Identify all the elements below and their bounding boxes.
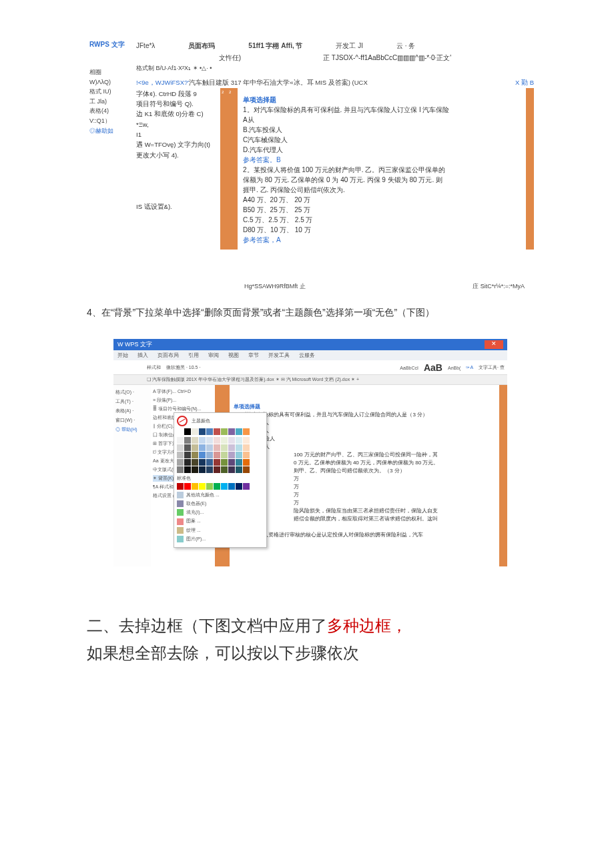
tab-cloud[interactable]: 云 · 务	[396, 41, 415, 51]
color-swatch[interactable]	[228, 466, 235, 473]
window-close-icon[interactable]: ✕	[485, 340, 503, 349]
color-swatch[interactable]	[184, 483, 191, 490]
color-swatch[interactable]	[221, 466, 228, 473]
color-swatch[interactable]	[192, 466, 198, 473]
color-swatch[interactable]	[221, 483, 228, 490]
style-h1[interactable]: AaB	[424, 362, 442, 373]
opt-texture[interactable]: 纹理 ...	[177, 527, 264, 534]
color-swatch[interactable]	[221, 452, 228, 458]
tab-insert[interactable]: JFte*λ	[136, 41, 155, 51]
color-swatch[interactable]	[184, 452, 191, 458]
color-swatch[interactable]	[206, 483, 213, 490]
color-swatch[interactable]	[206, 452, 213, 458]
color-swatch[interactable]	[192, 459, 198, 466]
file-tab-bar[interactable]: ❏ 汽车保险触摸版 201X 年中华石油大学课程习题及答案).dox ✶ ✉ 汽…	[113, 375, 507, 385]
side-item[interactable]: 格式 IU)	[89, 87, 123, 96]
dd-item[interactable]: 更改大小写 4).	[136, 151, 220, 159]
color-swatch[interactable]	[184, 428, 191, 435]
font-combo[interactable]: 微软雅黑 · 10.5 ·	[166, 364, 200, 371]
tab-sect[interactable]: 章节	[248, 352, 259, 359]
color-swatch[interactable]	[228, 444, 235, 451]
color-swatch[interactable]	[243, 466, 250, 473]
tab-insert[interactable]: 插入	[137, 352, 148, 359]
color-swatch[interactable]	[236, 459, 242, 466]
menu-window[interactable]: 窗口(W) ·	[115, 417, 149, 424]
color-swatch[interactable]	[199, 444, 206, 451]
color-swatch[interactable]	[228, 459, 235, 466]
opt-picture[interactable]: 图片(P)...	[177, 536, 264, 542]
color-swatch[interactable]	[236, 452, 242, 458]
menu-format[interactable]: 格式(O) ·	[115, 389, 149, 396]
color-swatch[interactable]	[214, 452, 220, 458]
ribbon-right[interactable]: 文字工具· 查	[479, 364, 505, 371]
dd-item[interactable]: 边 K1 和底侬 0)分卷 C)	[136, 109, 220, 118]
menu-tools[interactable]: 工具(T) ·	[115, 398, 149, 405]
dd-font[interactable]: A 字体(F)... Ctrl+D	[153, 388, 213, 395]
color-swatch[interactable]	[199, 459, 206, 466]
color-swatch[interactable]	[236, 483, 242, 490]
color-swatch[interactable]	[192, 452, 198, 458]
side-item-help[interactable]: ◎赫助如	[89, 127, 123, 135]
color-swatch[interactable]	[243, 452, 250, 458]
color-swatch[interactable]	[177, 452, 184, 458]
color-swatch[interactable]	[228, 428, 235, 435]
color-swatch[interactable]	[177, 437, 184, 444]
dd-item[interactable]: 遇 W=TFOvę) 文字力向(t)	[136, 140, 220, 149]
tab-dev[interactable]: 开发工 JI	[336, 41, 363, 51]
color-swatch[interactable]	[228, 452, 235, 458]
color-swatch[interactable]	[214, 444, 220, 451]
color-swatch[interactable]	[214, 459, 220, 466]
format-bar[interactable]: 格式制 B/U·Af1·X²X₁ ✶ •△· •	[136, 64, 534, 73]
color-swatch[interactable]	[221, 437, 228, 444]
color-swatch[interactable]	[177, 428, 184, 435]
color-swatch[interactable]	[214, 437, 220, 444]
color-swatch[interactable]	[206, 437, 213, 444]
tab-pagelayout[interactable]: 员面布玛	[188, 41, 215, 51]
color-swatch[interactable]	[243, 483, 250, 490]
color-swatch[interactable]	[206, 459, 213, 466]
color-swatch[interactable]	[184, 466, 191, 473]
color-swatch[interactable]	[228, 437, 235, 444]
style-h2[interactable]: AnBb(	[448, 366, 460, 370]
color-swatch[interactable]	[192, 444, 198, 451]
color-swatch[interactable]	[228, 483, 235, 490]
menu-help[interactable]: ◎ 帮助(H)	[115, 426, 149, 433]
color-swatch[interactable]	[192, 483, 198, 490]
color-swatch[interactable]	[184, 437, 191, 444]
dd-item[interactable]: 项目符号和编号 Q).	[136, 99, 220, 108]
color-swatch[interactable]	[184, 459, 191, 466]
style-normal[interactable]: AaBbCcI	[400, 366, 418, 370]
dd-bullet[interactable]: ≣ 项目符号和编号(N)...	[153, 406, 213, 412]
color-swatch[interactable]	[243, 444, 250, 451]
tab-cloud[interactable]: 云服务	[299, 352, 315, 359]
side-item[interactable]: V::Q1）	[89, 117, 123, 125]
tab-ref[interactable]: 引用	[188, 352, 199, 359]
tab-view[interactable]: 视图	[228, 352, 239, 359]
color-swatch[interactable]	[184, 444, 191, 451]
color-swatch[interactable]	[236, 466, 242, 473]
opt-pattern[interactable]: 图案 ...	[177, 518, 264, 524]
dd-item[interactable]: I1	[136, 130, 220, 139]
color-swatch[interactable]	[236, 437, 242, 444]
color-swatch[interactable]	[199, 437, 206, 444]
tab-close[interactable]: X 勤 B	[515, 78, 534, 87]
opt-morecolor[interactable]: 其他填充颜色 ...	[177, 492, 264, 498]
menu-table[interactable]: 表格(A) ·	[115, 408, 149, 414]
color-swatch[interactable]	[243, 437, 250, 444]
dd-para[interactable]: ≡ 段落(P)...	[153, 397, 213, 404]
palette-row-nocolor[interactable]: 主题颜色	[177, 416, 264, 426]
color-swatch[interactable]	[214, 428, 220, 435]
color-swatch[interactable]	[206, 444, 213, 451]
tab-review[interactable]: 审阅	[208, 352, 219, 359]
color-swatch[interactable]	[199, 466, 206, 473]
color-swatch[interactable]	[199, 483, 206, 490]
color-swatch[interactable]	[177, 483, 184, 490]
color-swatch[interactable]	[214, 466, 220, 473]
color-swatch[interactable]	[236, 444, 242, 451]
tab-layout[interactable]: 页面布局	[158, 352, 179, 359]
dd-item[interactable]: IS 诋设置&).	[136, 202, 220, 211]
side-item[interactable]: 相圈	[89, 68, 123, 77]
color-swatch[interactable]	[243, 428, 250, 435]
color-swatch[interactable]	[221, 444, 228, 451]
document-tab[interactable]: !<9e，WJWiFSX?'汽车触目建版 317 年中华石油大学«冰。耳 MIS…	[136, 77, 534, 88]
